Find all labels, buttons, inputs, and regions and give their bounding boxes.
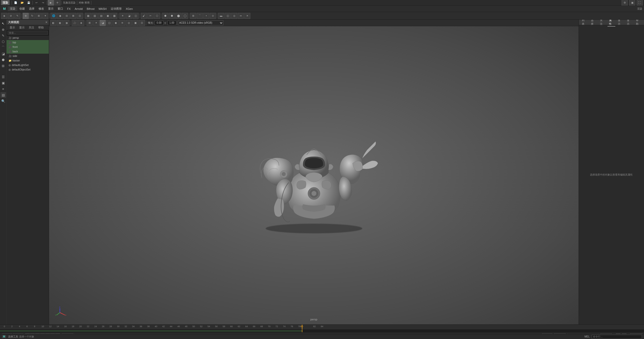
outliner-item-top[interactable]: 🎥 top bbox=[7, 40, 49, 45]
vp-shade-btn[interactable]: ◧ bbox=[50, 20, 56, 26]
aim-btn[interactable]: ◯ bbox=[182, 13, 188, 19]
menu-motiongraphics[interactable]: 运动图形 bbox=[109, 6, 124, 11]
menu-display[interactable]: 显示 bbox=[46, 6, 56, 11]
surface-icon[interactable]: ◪ bbox=[1, 51, 6, 56]
outliner-item-defaultlightset[interactable]: ◎ defaultLightSet bbox=[7, 63, 49, 67]
fullscreen-btn[interactable]: ⛶ bbox=[637, 0, 643, 6]
vp-texture-btn[interactable]: ◪ bbox=[100, 20, 106, 26]
outliner-item-back[interactable]: 🎥 back bbox=[7, 49, 49, 54]
vp-gate-btn[interactable]: ⊡ bbox=[139, 20, 145, 26]
pose-icon[interactable]: ☰ bbox=[1, 74, 6, 80]
outliner-tab-help[interactable]: 帮助 bbox=[36, 25, 46, 30]
construction-plane-btn[interactable]: ▬ bbox=[218, 13, 224, 19]
outliner-item-persp[interactable]: 🎥 persp bbox=[7, 36, 49, 40]
vp-camera-btn[interactable]: 🎥 bbox=[72, 20, 78, 26]
select-mode-btn[interactable]: ▶ bbox=[48, 0, 54, 6]
normal-btn[interactable]: ▣ bbox=[105, 13, 111, 19]
menu-create[interactable]: 创建 bbox=[17, 6, 27, 11]
exposure-input[interactable] bbox=[155, 21, 164, 25]
outliner-item-front[interactable]: 🎥 front bbox=[7, 45, 49, 49]
vp-motion-blur-btn[interactable]: ≋ bbox=[119, 20, 125, 26]
search-icon[interactable]: 🔍 bbox=[1, 98, 6, 104]
menu-modify[interactable]: 修改 bbox=[36, 6, 46, 11]
transform-icon[interactable]: ⊕ bbox=[1, 27, 6, 32]
constraint-btn[interactable]: ⬤ bbox=[175, 13, 181, 19]
deform-btn[interactable]: ⬢ bbox=[162, 13, 168, 19]
outliner-search-input[interactable] bbox=[8, 31, 48, 35]
menu-window[interactable]: 窗口 bbox=[56, 6, 65, 11]
vp-shaded-btn[interactable]: ◨ bbox=[63, 20, 69, 26]
vp-shadow-btn[interactable]: ◫ bbox=[106, 20, 112, 26]
command-input[interactable] bbox=[592, 335, 642, 339]
snap-point-btn[interactable]: • bbox=[203, 13, 209, 19]
scale-tool-btn[interactable]: ⊞ bbox=[36, 13, 42, 19]
curve-icon[interactable]: ⌒ bbox=[1, 45, 6, 50]
retopo-btn[interactable]: ⬡ bbox=[154, 13, 160, 19]
paint-btn[interactable]: 🖌 bbox=[141, 13, 147, 19]
soft-select-btn[interactable]: ◎ bbox=[231, 13, 237, 19]
move-mode-btn[interactable]: ✛ bbox=[54, 0, 60, 6]
select-tool-btn[interactable]: ◈ bbox=[1, 13, 7, 19]
render-seq-btn[interactable]: ⊡ bbox=[77, 13, 83, 19]
layout-btn[interactable]: ▣ bbox=[629, 0, 635, 6]
vp-hud-btn[interactable]: ▣ bbox=[132, 20, 138, 26]
render-all-btn[interactable]: ⊠ bbox=[70, 13, 76, 19]
vp-wireframe-btn[interactable]: ▦ bbox=[57, 20, 63, 26]
outliner-tab-focus[interactable]: 关注 bbox=[27, 25, 36, 30]
save-file-btn[interactable]: 💾 bbox=[26, 0, 32, 6]
rivet-btn[interactable]: ⬣ bbox=[169, 13, 175, 19]
menu-xgen[interactable]: XGen bbox=[124, 7, 135, 11]
timeline-ruler[interactable]: 0 2 4 6 8 10 12 14 16 18 20 22 24 26 28 … bbox=[0, 325, 644, 330]
polygon-icon[interactable]: ⬡ bbox=[1, 39, 6, 44]
snap-curve-btn[interactable]: ⌒ bbox=[197, 13, 203, 19]
paint-select-btn[interactable]: ✎ bbox=[14, 13, 20, 19]
settings-btn[interactable]: ⚙ bbox=[622, 0, 628, 6]
vp-ao-btn[interactable]: ◉ bbox=[113, 20, 119, 26]
symmetry-btn[interactable]: ⇔ bbox=[238, 13, 244, 19]
new-file-btn[interactable]: 📄 bbox=[13, 0, 19, 6]
select-icon[interactable]: ↖ bbox=[1, 21, 6, 26]
universal-tool-btn[interactable]: ✦ bbox=[42, 13, 48, 19]
viewport-canvas[interactable]: X Y Z bbox=[49, 26, 579, 324]
timeline-range[interactable] bbox=[0, 330, 644, 332]
grid-icon[interactable]: ▣ bbox=[1, 80, 6, 86]
workspace-btn[interactable]: 渲染 bbox=[637, 6, 643, 12]
vp-select-mask-btn[interactable]: ◈ bbox=[78, 20, 84, 26]
mirror-btn[interactable]: ◫ bbox=[225, 13, 231, 19]
texture-btn[interactable]: ◪ bbox=[126, 13, 132, 19]
smooth-mesh-btn[interactable]: ▦ bbox=[85, 13, 91, 19]
paint-icon[interactable]: ✎ bbox=[1, 33, 6, 38]
open-file-btn[interactable]: 📂 bbox=[19, 0, 25, 6]
outliner-close[interactable]: ✕ bbox=[45, 21, 47, 24]
subdiv-btn[interactable]: ▧ bbox=[92, 13, 98, 19]
menu-arnold[interactable]: Arnold bbox=[73, 7, 85, 11]
outliner-item-kaxian[interactable]: 📁 kaxian bbox=[7, 58, 49, 63]
render-region-btn[interactable]: ⊟ bbox=[64, 13, 70, 19]
menu-fx[interactable]: FX bbox=[65, 7, 73, 11]
undo-btn[interactable]: ↩ bbox=[33, 0, 39, 6]
snap-grid-btn[interactable]: ⊞ bbox=[190, 13, 196, 19]
render-quality-btn[interactable]: ◉ bbox=[57, 13, 63, 19]
gamma-input[interactable] bbox=[168, 21, 176, 25]
cage-btn[interactable]: ▤ bbox=[98, 13, 104, 19]
menu-bifrost[interactable]: Bifrost bbox=[85, 7, 97, 11]
lasso-tool-btn[interactable]: ⊘ bbox=[8, 13, 14, 19]
menu-render[interactable]: 渲染 bbox=[8, 6, 17, 11]
menu-mash[interactable]: MASH bbox=[97, 7, 109, 11]
color-transform-select[interactable]: ACES 1.0 SDR-video (sRGB) bbox=[178, 20, 223, 25]
rig-icon[interactable]: ⊞ bbox=[1, 63, 6, 69]
vp-light-btn[interactable]: ☀ bbox=[93, 20, 99, 26]
deform-icon[interactable]: ⬢ bbox=[1, 57, 6, 62]
viewport[interactable]: ◧ ▦ ◨ 🎥 ◈ ⊞ ☀ ◪ ◫ ◉ ≋ ◎ ▣ ⊡ 曝光: γ: ACES … bbox=[49, 20, 579, 324]
rotate-tool-btn[interactable]: ↻ bbox=[29, 13, 35, 19]
outliner-tab-show[interactable]: 显示 bbox=[8, 25, 17, 30]
list-icon[interactable]: ≡ bbox=[1, 86, 6, 92]
sculpt-btn[interactable]: ✂ bbox=[147, 13, 153, 19]
move-tool-btn[interactable]: ⊕ bbox=[23, 13, 29, 19]
outliner-item-side[interactable]: 🎥 side bbox=[7, 54, 49, 58]
vp-dof-btn[interactable]: ◎ bbox=[126, 20, 132, 26]
mark-hard-btn[interactable]: ✕ bbox=[244, 13, 250, 19]
redo-btn[interactable]: ↪ bbox=[40, 0, 46, 6]
outliner-tab-display[interactable]: 显示 bbox=[17, 25, 27, 30]
light-btn[interactable]: ☀ bbox=[119, 13, 126, 19]
